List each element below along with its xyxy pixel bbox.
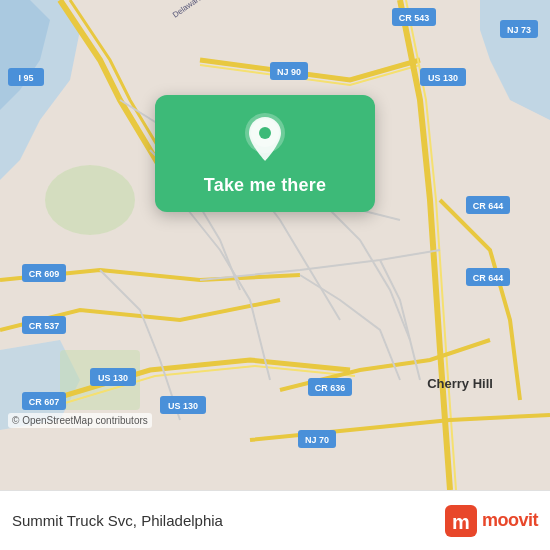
svg-text:NJ 90: NJ 90: [277, 67, 301, 77]
svg-text:CR 609: CR 609: [29, 269, 60, 279]
svg-text:Cherry Hill: Cherry Hill: [427, 376, 493, 391]
moovit-logo-icon: m: [445, 505, 477, 537]
svg-text:CR 636: CR 636: [315, 383, 346, 393]
svg-text:CR 644: CR 644: [473, 273, 504, 283]
svg-text:m: m: [452, 511, 470, 533]
take-me-there-button[interactable]: Take me there: [204, 175, 326, 196]
svg-text:CR 543: CR 543: [399, 13, 430, 23]
svg-text:NJ 73: NJ 73: [507, 25, 531, 35]
svg-text:US 130: US 130: [98, 373, 128, 383]
svg-text:US 130: US 130: [168, 401, 198, 411]
map-container: I 95 NJ 73 US 130 NJ 90 CR 609 CR 537 US…: [0, 0, 550, 490]
moovit-brand-text: moovit: [482, 510, 538, 531]
popup-card: Take me there: [155, 95, 375, 212]
svg-text:US 130: US 130: [428, 73, 458, 83]
location-pin-icon: [242, 113, 288, 165]
svg-text:CR 644: CR 644: [473, 201, 504, 211]
moovit-logo: m moovit: [445, 505, 538, 537]
bottom-bar: Summit Truck Svc, Philadelphia m moovit: [0, 490, 550, 550]
svg-text:I 95: I 95: [18, 73, 33, 83]
svg-text:CR 607: CR 607: [29, 397, 60, 407]
osm-attribution: © OpenStreetMap contributors: [8, 413, 152, 428]
location-label: Summit Truck Svc, Philadelphia: [12, 512, 223, 529]
svg-text:NJ 70: NJ 70: [305, 435, 329, 445]
svg-point-35: [259, 127, 271, 139]
svg-text:CR 537: CR 537: [29, 321, 60, 331]
svg-point-1: [45, 165, 135, 235]
